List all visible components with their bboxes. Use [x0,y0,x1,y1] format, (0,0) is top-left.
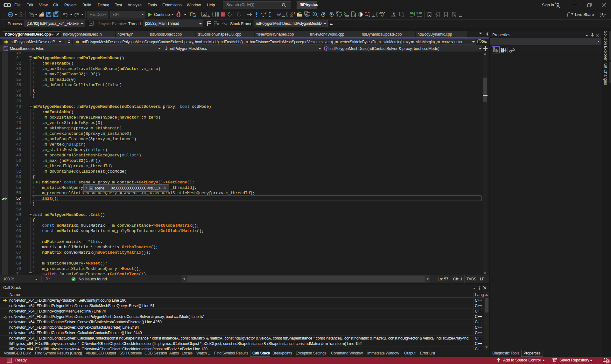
svg-text:Z: Z [502,50,503,52]
svg-text:?: ? [416,11,418,16]
svg-text:abc: abc [379,11,385,15]
svg-text:A: A [502,48,503,50]
svg-text:abc: abc [345,14,349,17]
